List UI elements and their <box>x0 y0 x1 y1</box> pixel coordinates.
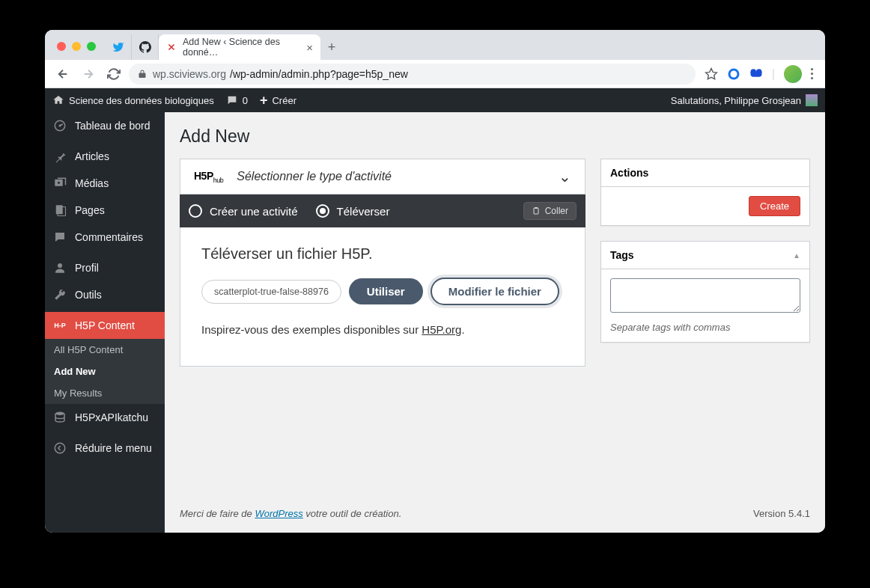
sidebar-item-dashboard[interactable]: Tableau de bord <box>45 112 165 139</box>
pages-icon <box>52 203 67 218</box>
adminbar-site-name[interactable]: Science des données biologiques <box>52 94 214 106</box>
sidebar-item-comments[interactable]: Commentaires <box>45 224 165 251</box>
submenu-add-new[interactable]: Add New <box>45 361 165 382</box>
create-button[interactable]: Create <box>749 196 800 216</box>
close-tab-icon[interactable]: × <box>306 41 313 54</box>
tab-create-activity[interactable]: Créer une activité <box>189 204 298 218</box>
upload-heading: Téléverser un fichier H5P. <box>201 245 564 263</box>
hub-selector-label: Sélectionner le type d'activité <box>237 170 392 183</box>
h5p-hub-selector[interactable]: H5Phub Sélectionner le type d'activité ⌄ <box>180 159 585 195</box>
wp-version: Version 5.4.1 <box>753 508 810 519</box>
radio-unselected-icon <box>189 204 202 218</box>
sidebar-collapse[interactable]: Réduire le menu <box>45 435 165 462</box>
radio-selected-icon <box>316 204 329 218</box>
actions-heading: Actions <box>601 159 809 187</box>
user-icon <box>52 260 67 275</box>
modify-file-button[interactable]: Modifier le fichier <box>431 278 559 305</box>
tools-icon <box>52 287 67 302</box>
adminbar-new[interactable]: + Créer <box>260 93 296 108</box>
panel-toggle-icon[interactable]: ▲ <box>793 251 800 260</box>
maximize-window[interactable] <box>87 42 96 51</box>
sidebar-submenu-h5p: All H5P Content Add New My Results <box>45 339 165 404</box>
page-title: Add New <box>180 120 810 159</box>
main-content: Add New H5Phub Sélectionner le type d'ac… <box>165 112 825 533</box>
svg-rect-15 <box>535 207 537 209</box>
h5p-icon: H-P <box>52 318 67 333</box>
admin-sidebar: Tableau de bord Articles Médias Pages Co… <box>45 112 165 533</box>
dashboard-icon <box>52 118 67 133</box>
browser-tab-active[interactable]: Add New ‹ Science des donné… × <box>159 34 320 60</box>
comment-icon <box>52 230 67 245</box>
browser-toolbar: wp.sciviews.org/wp-admin/admin.php?page=… <box>45 60 825 88</box>
svg-point-13 <box>55 443 65 453</box>
tags-panel: Tags ▲ Separate tags with commas <box>600 241 810 343</box>
tags-heading: Tags <box>610 249 634 261</box>
clipboard-icon <box>532 206 541 215</box>
pinned-tab-github[interactable] <box>132 34 159 60</box>
tags-hint: Separate tags with commas <box>610 322 800 333</box>
sidebar-item-media[interactable]: Médias <box>45 170 165 197</box>
sidebar-item-tools[interactable]: Outils <box>45 281 165 308</box>
adminbar-user-greeting[interactable]: Salutations, Philippe Grosjean <box>671 94 818 106</box>
extension-icon[interactable] <box>727 67 740 81</box>
close-window[interactable] <box>57 42 66 51</box>
h5p-hub-logo: H5Phub <box>194 170 223 184</box>
back-button[interactable] <box>52 64 73 85</box>
new-tab-button[interactable]: + <box>320 34 343 60</box>
forward-button[interactable] <box>78 64 99 85</box>
sidebar-item-h5pxapikatchu[interactable]: H5PxAPIkatchu <box>45 404 165 431</box>
svg-point-12 <box>55 412 64 416</box>
favicon-icon <box>166 42 177 52</box>
reload-button[interactable] <box>103 64 124 85</box>
wp-adminbar: Science des données biologiques 0 + Crée… <box>45 88 825 112</box>
tags-input[interactable] <box>610 278 800 313</box>
tab-upload[interactable]: Téléverser <box>316 204 390 218</box>
adminbar-comments[interactable]: 0 <box>226 94 248 106</box>
use-file-button[interactable]: Utiliser <box>349 278 423 304</box>
actions-panel: Actions Create <box>600 159 810 226</box>
admin-footer: Merci de faire de WordPress votre outil … <box>180 494 810 533</box>
sidebar-item-articles[interactable]: Articles <box>45 143 165 170</box>
profile-avatar[interactable] <box>784 65 802 83</box>
inspire-text: Inspirez-vous des exemples disponibles s… <box>201 323 564 336</box>
window-controls <box>57 42 96 51</box>
tab-title: Add New ‹ Science des donné… <box>183 37 300 58</box>
h5p-tabs: Créer une activité Téléverser Coller <box>180 195 585 227</box>
svg-point-8 <box>58 182 60 184</box>
sidebar-item-profile[interactable]: Profil <box>45 254 165 281</box>
svg-rect-14 <box>534 208 538 214</box>
uploaded-file-name: scatterplot-true-false-88976 <box>201 280 341 304</box>
submenu-all-h5p[interactable]: All H5P Content <box>45 339 165 361</box>
lock-icon <box>138 70 147 79</box>
extension-icon-2[interactable] <box>749 67 763 81</box>
chevron-down-icon: ⌄ <box>559 168 571 186</box>
user-avatar-icon <box>806 94 818 106</box>
pin-icon <box>52 149 67 164</box>
star-icon[interactable] <box>705 67 718 81</box>
media-icon <box>52 176 67 191</box>
database-icon <box>52 410 67 425</box>
browser-tabbar: Add New ‹ Science des donné… × + <box>45 30 825 60</box>
h5p-org-link[interactable]: H5P.org <box>422 323 461 336</box>
browser-menu-icon[interactable] <box>811 68 813 79</box>
upload-panel: Téléverser un fichier H5P. scatterplot-t… <box>180 227 585 367</box>
wordpress-link[interactable]: WordPress <box>255 508 302 519</box>
svg-marker-1 <box>705 68 717 79</box>
url-host: wp.sciviews.org <box>153 68 226 80</box>
address-bar[interactable]: wp.sciviews.org/wp-admin/admin.php?page=… <box>129 64 696 85</box>
url-path: /wp-admin/admin.php?page=h5p_new <box>230 68 408 80</box>
sidebar-item-h5p-content[interactable]: H-P H5P Content <box>45 312 165 339</box>
submenu-my-results[interactable]: My Results <box>45 382 165 404</box>
minimize-window[interactable] <box>72 42 81 51</box>
svg-point-6 <box>59 125 61 127</box>
pinned-tab-twitter[interactable] <box>105 34 132 60</box>
sidebar-item-pages[interactable]: Pages <box>45 197 165 224</box>
paste-button[interactable]: Coller <box>523 202 577 220</box>
collapse-icon <box>52 441 67 456</box>
svg-point-11 <box>58 263 62 268</box>
